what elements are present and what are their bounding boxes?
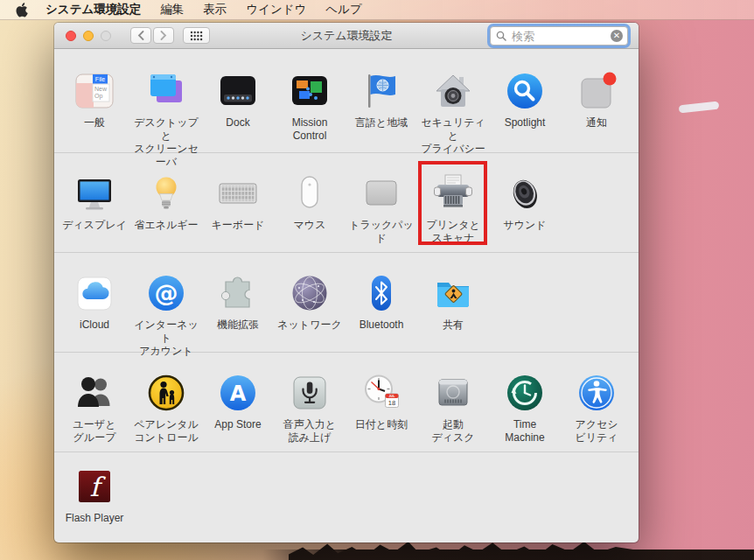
back-button[interactable] xyxy=(130,27,151,44)
pref-item-internet-accounts[interactable]: @インターネット アカウント xyxy=(130,253,202,352)
pref-item-trackpad[interactable]: トラックパッド xyxy=(346,153,417,252)
pref-item-mouse[interactable]: マウス xyxy=(274,153,346,252)
pref-item-label: サウンド xyxy=(503,219,546,232)
svg-text:A: A xyxy=(230,382,247,406)
pref-item-parental-controls[interactable]: ペアレンタル コントロール xyxy=(130,353,202,452)
clear-search-icon[interactable]: ✕ xyxy=(611,30,623,42)
pref-item-extensions[interactable]: 機能拡張 xyxy=(202,253,274,352)
pref-item-energy-saver[interactable]: 省エネルギー xyxy=(130,153,202,252)
highlight-box xyxy=(418,161,487,245)
show-all-button[interactable] xyxy=(183,27,210,44)
sharing-icon xyxy=(430,270,476,316)
pref-item-label: Mission Control xyxy=(292,116,328,143)
search-input[interactable] xyxy=(510,29,611,44)
svg-text:New: New xyxy=(94,86,108,92)
extensions-icon xyxy=(215,270,261,316)
mouse-icon xyxy=(287,171,332,216)
pref-item-time-machine[interactable]: Time Machine xyxy=(489,353,561,452)
pref-row-2: ディスプレイ省エネルギーキーボードマウストラックパッドプリンタと スキャナサウン… xyxy=(54,152,639,252)
forward-button[interactable] xyxy=(153,27,174,44)
parental-controls-icon xyxy=(143,370,189,416)
pref-item-label: キーボード xyxy=(212,219,265,232)
time-machine-icon xyxy=(502,370,548,416)
pref-item-label: ユーザと グループ xyxy=(73,418,116,444)
pref-item-label: 音声入力と 読み上げ xyxy=(283,418,336,444)
close-button[interactable] xyxy=(66,31,76,41)
svg-text:Op: Op xyxy=(94,93,102,100)
pref-item-displays[interactable]: ディスプレイ xyxy=(59,153,130,252)
chevron-left-icon xyxy=(137,31,144,40)
pref-grid: FileNewOp一般デスクトップと スクリーンセーバDockMission C… xyxy=(54,49,639,542)
pref-item-bluetooth[interactable]: Bluetooth xyxy=(346,253,417,352)
system-preferences-window: システム環境設定 ✕ FileNewOp一般デスクトップと スクリーンセーバDo… xyxy=(54,23,639,542)
bluetooth-icon xyxy=(359,270,404,316)
menu-item-2[interactable]: 編集 xyxy=(160,2,184,18)
menu-item-3[interactable]: 表示 xyxy=(203,2,227,18)
language-region-icon xyxy=(359,68,404,114)
pref-item-date-time[interactable]: JUL18日付と時刻 xyxy=(346,353,417,452)
pref-item-label: Time Machine xyxy=(505,418,544,444)
svg-text:18: 18 xyxy=(388,399,395,407)
dictation-speech-icon xyxy=(287,370,332,416)
pref-item-dictation-speech[interactable]: 音声入力と 読み上げ xyxy=(274,353,346,452)
dock-icon xyxy=(215,68,261,114)
title-bar[interactable]: システム環境設定 ✕ xyxy=(54,23,639,49)
trackpad-icon xyxy=(359,171,404,216)
magnifier-icon xyxy=(496,31,506,41)
pref-item-notifications[interactable]: 通知 xyxy=(561,49,632,152)
users-groups-icon xyxy=(72,370,117,416)
pref-item-general[interactable]: FileNewOp一般 xyxy=(59,49,130,152)
flash-player-icon: f xyxy=(72,464,117,509)
pref-item-label: App Store xyxy=(214,418,261,431)
pref-row-5: fFlash Player xyxy=(54,452,639,542)
pref-row-3: iCloud@インターネット アカウント機能拡張ネットワークBluetooth共… xyxy=(54,252,639,352)
pref-item-accessibility[interactable]: アクセシ ビリティ xyxy=(561,353,632,452)
general-icon: FileNewOp xyxy=(72,68,117,114)
accessibility-icon xyxy=(574,370,619,416)
pref-item-language-region[interactable]: 言語と地域 xyxy=(346,49,417,152)
pref-item-network[interactable]: ネットワーク xyxy=(274,253,346,352)
pref-item-startup-disk[interactable]: 起動 ディスク xyxy=(417,353,489,452)
pref-item-users-groups[interactable]: ユーザと グループ xyxy=(59,353,130,452)
traffic-lights xyxy=(66,31,111,41)
desktop-screensaver-icon xyxy=(143,68,189,114)
menu-bar: システム環境設定編集表示ウインドウヘルプ xyxy=(0,0,754,20)
pref-item-label: 機能拡張 xyxy=(217,318,259,332)
keyboard-icon xyxy=(215,171,261,216)
apple-menu-icon[interactable] xyxy=(16,3,29,18)
pref-item-keyboard[interactable]: キーボード xyxy=(202,153,274,252)
pref-item-app-store[interactable]: AApp Store xyxy=(202,353,274,452)
pref-item-printers-scanners[interactable]: プリンタと スキャナ xyxy=(417,153,489,252)
sound-icon xyxy=(502,171,548,216)
pref-item-label: 通知 xyxy=(586,116,607,130)
pref-item-sound[interactable]: サウンド xyxy=(489,153,561,252)
grid-icon xyxy=(190,31,203,41)
menu-items-container: システム環境設定編集表示ウインドウヘルプ xyxy=(29,2,362,18)
svg-text:JUL: JUL xyxy=(389,395,396,398)
zoom-button-disabled xyxy=(101,31,111,41)
pref-item-label: 省エネルギー xyxy=(134,219,198,232)
menu-item-1[interactable]: システム環境設定 xyxy=(45,2,141,18)
pref-item-sharing[interactable]: 共有 xyxy=(417,253,489,352)
search-field[interactable]: ✕ xyxy=(490,26,628,46)
spotlight-icon xyxy=(502,68,548,114)
pref-item-dock[interactable]: Dock xyxy=(202,49,274,152)
pref-item-desktop-screensaver[interactable]: デスクトップと スクリーンセーバ xyxy=(130,49,202,152)
pref-item-label: Dock xyxy=(226,116,249,130)
pref-item-label: トラックパッド xyxy=(346,219,417,245)
pref-item-spotlight[interactable]: Spotlight xyxy=(489,49,561,152)
pref-item-flash-player[interactable]: fFlash Player xyxy=(59,452,130,542)
pref-item-icloud[interactable]: iCloud xyxy=(59,253,130,352)
date-time-icon: JUL18 xyxy=(359,370,404,416)
app-store-icon: A xyxy=(215,370,261,416)
pref-item-label: Flash Player xyxy=(66,512,124,525)
menu-item-4[interactable]: ウインドウ xyxy=(246,2,306,18)
minimize-button[interactable] xyxy=(83,31,94,41)
icloud-icon xyxy=(72,270,117,316)
chevron-right-icon xyxy=(160,31,167,40)
menu-item-5[interactable]: ヘルプ xyxy=(325,2,361,18)
pref-item-mission-control[interactable]: Mission Control xyxy=(274,49,346,152)
pref-item-label: マウス xyxy=(294,219,326,232)
pref-item-security-privacy[interactable]: セキュリティと プライバシー xyxy=(417,49,489,152)
pref-row-1: FileNewOp一般デスクトップと スクリーンセーバDockMission C… xyxy=(54,49,639,152)
